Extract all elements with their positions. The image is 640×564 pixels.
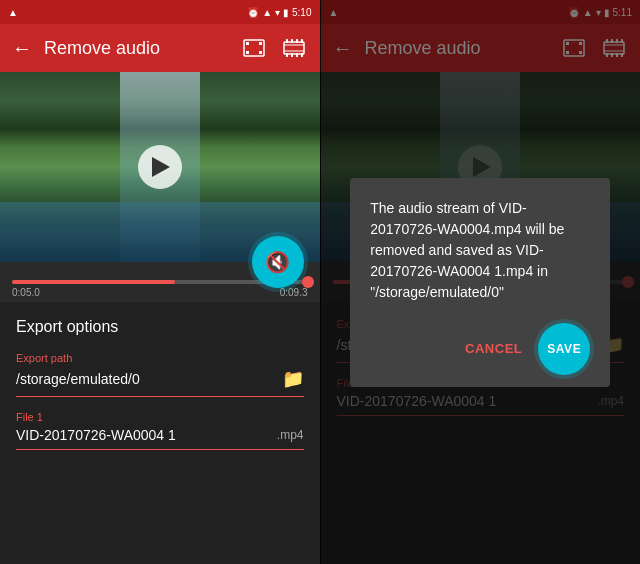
file-ext-1: .mp4 (277, 428, 304, 442)
confirm-dialog: The audio stream of VID-20170726-WA0004.… (350, 178, 610, 387)
status-bar-1: ▲ ⏰ ▲ ▾ ▮ 5:10 (0, 0, 320, 24)
time-end-1: 0:09.3 (280, 287, 308, 298)
file-value-1: VID-20170726-WA0004 1 (16, 427, 176, 443)
wifi-icon: ▾ (275, 7, 280, 18)
back-button-1[interactable]: ← (12, 37, 32, 60)
folder-icon-1[interactable]: 📁 (282, 368, 304, 390)
svg-rect-14 (296, 53, 298, 57)
panel-1: ▲ ⏰ ▲ ▾ ▮ 5:10 ← Remove audio (0, 0, 320, 564)
svg-rect-1 (246, 42, 249, 45)
cancel-button[interactable]: CANCEL (461, 335, 526, 362)
status-left-1: ▲ (8, 7, 18, 18)
svg-rect-5 (284, 42, 304, 54)
svg-rect-3 (246, 51, 249, 54)
export-title-1: Export options (16, 318, 304, 336)
video-frame-icon[interactable] (240, 34, 268, 62)
film-icon[interactable] (280, 34, 308, 62)
save-button[interactable]: SAVE (538, 323, 590, 375)
mute-icon-1: 🔇 (265, 250, 290, 274)
svg-rect-12 (286, 53, 288, 57)
svg-rect-8 (286, 39, 288, 43)
svg-rect-9 (291, 39, 293, 43)
panel-2: ▲ ⏰ ▲ ▾ ▮ 5:11 ← Remove audio (321, 0, 641, 564)
mute-button-container: 🔇 (252, 236, 304, 288)
export-path-row-1[interactable]: /storage/emulated/0 📁 (16, 368, 304, 397)
file-label-1: File 1 (16, 411, 304, 423)
svg-rect-2 (259, 42, 262, 45)
notification-icon: ▲ (8, 7, 18, 18)
mute-button-1[interactable]: 🔇 (252, 236, 304, 288)
time-start-1: 0:05.0 (12, 287, 40, 298)
svg-rect-13 (291, 53, 293, 57)
time-display-1: 5:10 (292, 7, 311, 18)
toolbar-title-1: Remove audio (44, 38, 228, 59)
dialog-message: The audio stream of VID-20170726-WA0004.… (370, 198, 590, 303)
svg-rect-4 (259, 51, 262, 54)
dialog-actions: CANCEL SAVE (370, 323, 590, 375)
svg-rect-10 (296, 39, 298, 43)
battery-icon: ▮ (283, 7, 289, 18)
signal-icon: ▲ (262, 7, 272, 18)
svg-rect-15 (301, 53, 303, 57)
video-area-1[interactable] (0, 72, 320, 262)
play-triangle-icon (152, 157, 170, 177)
status-right-1: ⏰ ▲ ▾ ▮ 5:10 (247, 7, 311, 18)
dialog-overlay: The audio stream of VID-20170726-WA0004.… (321, 0, 641, 564)
export-section-1: Export options Export path /storage/emul… (0, 302, 320, 472)
toolbar-1: ← Remove audio (0, 24, 320, 72)
export-path-value-1: /storage/emulated/0 (16, 371, 140, 387)
svg-rect-11 (301, 39, 303, 43)
export-path-label-1: Export path (16, 352, 304, 364)
timeline-progress-1 (12, 280, 175, 284)
alarm-icon: ⏰ (247, 7, 259, 18)
file-row-1: VID-20170726-WA0004 1 .mp4 (16, 427, 304, 450)
play-button-1[interactable] (138, 145, 182, 189)
